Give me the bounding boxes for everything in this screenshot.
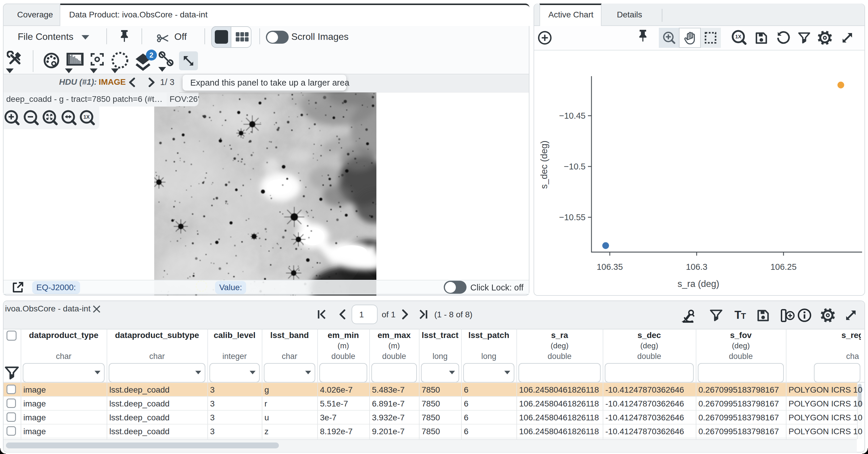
svg-text:−10.5: −10.5 xyxy=(564,162,586,171)
svg-text:−10.45: −10.45 xyxy=(559,111,586,121)
svg-text:s_dec (deg): s_dec (deg) xyxy=(539,140,549,189)
svg-text:106.3: 106.3 xyxy=(686,262,708,271)
svg-text:1X: 1X xyxy=(84,115,90,120)
svg-text:T: T xyxy=(741,312,746,321)
svg-text:106.25: 106.25 xyxy=(771,262,797,271)
svg-text:T: T xyxy=(735,309,741,321)
svg-text:1X: 1X xyxy=(735,34,742,39)
svg-text:106.35: 106.35 xyxy=(597,262,623,271)
svg-text:−10.55: −10.55 xyxy=(559,213,586,222)
svg-text:s_ra (deg): s_ra (deg) xyxy=(677,279,719,289)
